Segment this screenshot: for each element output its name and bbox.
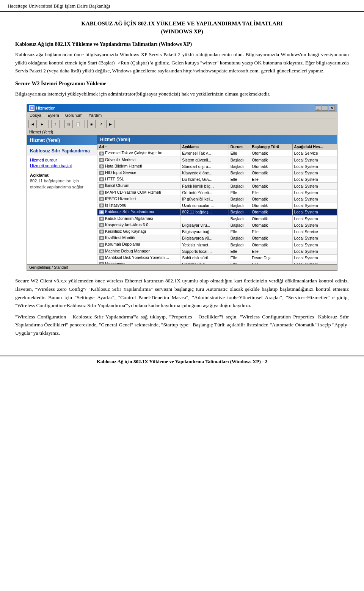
table-row[interactable]: Kızılötesi Monitör Bilgisayarda yü... Ba… [97,235,337,241]
svg-point-29 [100,244,103,246]
svc-name: Kabuk Donanım Algılaması [97,215,180,222]
svc-desc: Bu hizmet, Güv... [180,176,229,183]
svc-account: Local System [292,209,337,215]
svc-status: Başladı [229,222,250,228]
window-body: Hizmet (Yerel) Kablosuz Sıfır Yapılandır… [27,135,337,264]
restart-service-link[interactable]: Hizmeti yeniden başlat [30,163,94,168]
up-button[interactable]: ↑ [51,120,60,128]
window-title: Hizmetler [36,106,55,110]
svc-account: Local Service [292,229,337,235]
window-icon: ⚙ [29,105,35,111]
svc-name: Kesintisiz Güç Kaynağı [97,229,180,235]
menu-gorunum[interactable]: Görünüm [64,113,84,118]
svc-desc: Uzak sunucular ... [180,202,229,209]
svc-startup: Otomatik [250,202,292,209]
left-panel-actions: Hizmeti durdur Hizmeti yeniden başlat [27,155,97,171]
table-row[interactable]: IPSEC Hizmetleri IP güvenliği ikel... Ba… [97,196,337,202]
table-row[interactable]: HID Input Service Klavyedeki önc... Başl… [97,170,337,176]
svc-desc: Bilgisayar virü... [180,222,229,228]
window-controls[interactable]: _ □ ✕ [315,105,335,111]
svc-startup: Otomatik [250,196,292,202]
svc-startup: Otomatik [250,215,292,222]
svc-startup: Elle [250,261,292,265]
statusbar-text: Genişletilmiş / Standart [29,265,68,270]
svc-status: Başladı [229,163,250,169]
col-name: Ad ↑ [97,144,180,150]
svc-account: Local System [292,196,337,202]
expand-button[interactable]: ▶ [106,120,115,128]
svc-startup: Otomatik [250,183,292,189]
right-panel: Hizmet (Yerel) Ad ↑ Açıklama Durum Başla… [97,135,337,264]
svc-startup: Otomatik [250,241,292,248]
svg-point-5 [100,165,103,168]
back-button[interactable]: ◄ [28,120,37,128]
maximize-button[interactable]: □ [322,105,328,111]
svg-point-9 [100,178,103,180]
page-footer: Kablosuz Ağ için 802.1X Yükleme ve Yapıl… [0,356,364,367]
table-row[interactable]: Korumalı Depolama Yetkisiz hizmet... Baş… [97,241,337,248]
update-url-link[interactable]: http://windowsupdate.microsoft.com. [183,68,260,74]
paste-button[interactable]: 📋 [74,120,82,128]
svg-point-23 [100,224,103,226]
svc-account: Local System [292,183,337,189]
svc-name: Evrensel Tak ve Çalıştır Aygıt An... [97,150,180,157]
svc-name: Machine Debug Manager [97,248,180,254]
table-row[interactable]: Hata Bildirim Hizmeti Standart dışı ü...… [97,163,337,169]
svc-name: Hata Bildirim Hizmeti [97,163,180,169]
svc-startup: Otomatik [250,163,292,169]
table-row[interactable]: Machine Debug Manager Supports local ...… [97,248,337,254]
refresh-button[interactable]: ↺ [97,120,105,128]
svg-point-33 [100,257,103,259]
svc-account: Local Service [292,150,337,157]
forward-button[interactable]: ► [38,120,46,128]
table-row[interactable]: Kaspersky Anti-Virus 6.0 Bilgisayar virü… [97,222,337,228]
svc-desc: Sisteme ve s... [180,261,229,265]
section3-para2: "Wireless Configuration - Kablosuz Sıfır… [15,313,349,337]
table-row[interactable]: Messenger Sisteme ve s... Elle Elle Loca… [97,261,337,265]
svc-startup: Elle [250,189,292,196]
svc-status: Elle [229,176,250,183]
table-row[interactable]: Evrensel Tak ve Çalıştır Aygıt An... Evr… [97,150,337,157]
svc-startup: Otomatik [250,170,292,176]
table-row[interactable]: İkincil Oturum Farklı kimlik bilg... Baş… [97,183,337,189]
section1-title: Kablosuz Ağ için 802.1X Yükleme ve Yapıl… [15,40,349,48]
table-row[interactable]: Mantıksal Disk Yöneticisi Yönetim ... Sa… [97,254,337,261]
svc-name: IPSEC Hizmetleri [97,196,180,202]
svc-status: Elle [229,254,250,261]
table-row[interactable]: Kabuk Donanım Algılaması Başladı Otomati… [97,215,337,222]
table-row[interactable]: Güvenlik Merkezi Sistem güvenli... Başla… [97,157,337,163]
col-desc: Açıklama [180,144,229,150]
table-row[interactable]: IMAPI CD-Yazma COM Hizmeti Görüntü Yönet… [97,189,337,196]
svg-point-1 [100,152,103,155]
table-row[interactable]: Kablosuz Sıfır Yapılandırma 802.11 bağda… [97,209,337,215]
statusbar: Genişletilmiş / Standart [27,264,337,270]
svc-status: Başladı [229,215,250,222]
close-button[interactable]: ✕ [329,105,335,111]
svc-account: Local System [292,215,337,222]
svc-desc [180,215,229,222]
svc-desc: Bilgisayarda yü... [180,235,229,241]
menu-dosya[interactable]: Dosya [28,113,42,118]
stop-button[interactable]: ■ [87,120,96,128]
svc-startup: Otomatik [250,222,292,228]
svc-startup: Otomatik [250,150,292,157]
menu-yardim[interactable]: Yardım [88,113,103,118]
toolbar: ◄ ► ↑ ⎘ 📋 ■ ↺ ▶ [27,119,337,129]
section3-para1: Secure W2 Client v3.x.x yüklemeden önce … [15,277,349,309]
service-description: 802.11 bağdaştırıcıları için otomatik ya… [27,178,97,190]
svc-account: Local System [292,241,337,248]
minimize-button[interactable]: _ [315,105,321,111]
svc-name: HID Input Service [97,170,180,176]
desc-label: Açıklama: [27,171,97,178]
svc-name: Kaspersky Anti-Virus 6.0 [97,222,180,228]
table-row[interactable]: İş İstasyonu Uzak sunucular ... Başladı … [97,202,337,209]
copy-button[interactable]: ⎘ [64,120,73,128]
svc-name: İkincil Oturum [97,183,180,189]
services-table-container[interactable]: Ad ↑ Açıklama Durum Başlangıç Türü Aşağı… [97,144,337,264]
table-row[interactable]: HTTP SSL Bu hizmet, Güv... Elle Elle Loc… [97,176,337,183]
screenshot-window: ⚙ Hizmetler _ □ ✕ Dosya Eylem Görünüm Ya… [27,104,337,271]
stop-service-link[interactable]: Hizmeti durdur [30,158,94,162]
section2-para1: Bilgisayarınıza istemciyi yükleyebilmek … [15,90,349,98]
menu-eylem[interactable]: Eylem [46,113,60,118]
table-row[interactable]: Kesintisiz Güç Kaynağı Bilgisayara bağ..… [97,229,337,235]
